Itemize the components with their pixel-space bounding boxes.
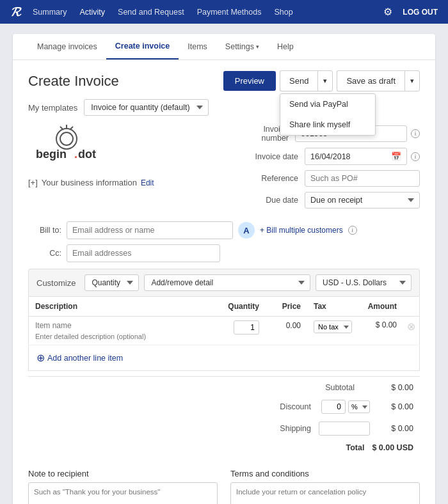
totals-table: Subtotal $ 0.00 Discount % $ 0.00 Shippi… (209, 379, 420, 456)
info-icon-date[interactable]: i (411, 152, 420, 161)
tax-select[interactable]: No tax (314, 320, 352, 333)
save-draft-button-top[interactable]: Save as draft (337, 70, 404, 91)
due-date-label: Due date (234, 196, 305, 205)
content-padded: Customize Quantity Add/remove detail USD… (13, 269, 435, 371)
price-cell (266, 317, 307, 345)
col-amount: Amount (358, 297, 403, 317)
shipping-value: $ 0.00 (375, 424, 413, 433)
discount-amount: $ 0.00 (375, 402, 413, 411)
nav-link-send[interactable]: Send and Request (118, 8, 184, 17)
bill-multiple-link[interactable]: + Bill multiple customers (260, 226, 343, 235)
preview-button-top[interactable]: Preview (223, 71, 276, 91)
svg-text:begin: begin (36, 148, 67, 161)
subnav-help[interactable]: Help (268, 35, 303, 59)
subnav-settings[interactable]: Settings▾ (216, 35, 268, 59)
send-dropdown: Send via PayPal Share link myself (280, 93, 376, 136)
col-tax: Tax (307, 297, 358, 317)
subnav-manage[interactable]: Manage invoices (28, 35, 106, 59)
add-icon: ⊕ (36, 352, 45, 364)
remove-icon[interactable]: ⊗ (407, 321, 415, 332)
bill-to-label: Bill to: (28, 226, 61, 235)
discount-label: Discount (215, 402, 319, 411)
subnav-items[interactable]: Items (179, 35, 216, 59)
due-date-row: Due date Due on receipt (234, 192, 420, 209)
info-icon-bill[interactable]: i (348, 226, 357, 235)
draft-button-group: Save as draft ▾ (337, 70, 420, 91)
send-button-top[interactable]: Send (280, 70, 317, 91)
subtotal-label: Subtotal (215, 383, 362, 392)
add-line-button[interactable]: ⊕ Add another line item (36, 352, 412, 364)
qty-input[interactable] (234, 320, 259, 335)
due-date-select[interactable]: Due on receipt (305, 192, 420, 209)
header-actions: Preview Send ▾ Send via PayPal Share lin… (223, 70, 420, 91)
terms-textarea[interactable] (230, 482, 420, 504)
templates-label: My templates (28, 103, 77, 113)
invoice-date-input[interactable]: 16/04/2018 📅 (305, 148, 407, 165)
bill-to-input[interactable] (67, 221, 233, 239)
customize-bar: Customize Quantity Add/remove detail USD… (28, 269, 420, 297)
send-dropdown-arrow[interactable]: ▾ (317, 70, 333, 91)
draft-dropdown-arrow[interactable]: ▾ (404, 70, 420, 91)
subnav-create[interactable]: Create invoice (106, 34, 179, 59)
nav-right: ⚙ LOG OUT (383, 6, 438, 18)
nav-links: Summary Activity Send and Request Paymen… (33, 8, 383, 17)
item-desc-input[interactable] (35, 333, 214, 340)
remove-cell: ⊗ (403, 317, 420, 345)
customize-detail-select[interactable]: Add/remove detail (144, 274, 310, 291)
info-icon-number[interactable]: i (411, 129, 420, 138)
bill-section: Bill to: A + Bill multiple customers i C… (13, 221, 435, 262)
invoice-fields: Invoice number i Invoice date 16/04/2018… (234, 125, 420, 214)
main-card: Manage invoices Create invoice Items Set… (13, 34, 435, 504)
add-line-row: ⊕ Add another line item (28, 345, 420, 371)
company-logo: begin . dot (28, 125, 105, 163)
business-info-icon: [+] (28, 178, 38, 187)
table-row: No tax $ 0.00 ⊗ (29, 317, 420, 345)
customize-label: Customize (36, 278, 76, 288)
nav-link-summary[interactable]: Summary (33, 8, 67, 17)
logo-area: begin . dot (28, 125, 221, 165)
dropdown-item-paypal[interactable]: Send via PayPal (280, 94, 375, 114)
subtotal-row: Subtotal $ 0.00 (209, 379, 420, 396)
invoice-date-label: Invoice date (234, 152, 305, 161)
sub-nav: Manage invoices Create invoice Items Set… (13, 34, 435, 60)
note-textarea[interactable] (28, 482, 218, 504)
calendar-icon[interactable]: 📅 (391, 152, 401, 161)
top-nav: 𝓡 Summary Activity Send and Request Paym… (0, 0, 448, 24)
discount-row: Discount % $ 0.00 (209, 396, 420, 418)
discount-inputs: % (319, 400, 370, 414)
dropdown-item-link[interactable]: Share link myself (280, 114, 375, 135)
logout-button[interactable]: LOG OUT (403, 8, 438, 17)
nav-link-shop[interactable]: Shop (274, 8, 292, 17)
terms-box: Terms and conditions 4000 (230, 469, 420, 504)
customize-quantity-select[interactable]: Quantity (84, 274, 139, 291)
edit-link[interactable]: Edit (141, 178, 154, 187)
shipping-input[interactable] (319, 421, 370, 436)
note-terms-section: Note to recipient 4000 Terms and conditi… (13, 469, 435, 504)
templates-select[interactable]: Invoice for quantity (default) (84, 99, 209, 116)
total-value: $ 0.00 USD (372, 443, 413, 452)
reference-row: Reference (234, 170, 420, 187)
invoice-table: Description Quantity Price Tax Amount (28, 297, 420, 345)
business-info-label: Your business information (42, 178, 137, 187)
nav-link-activity[interactable]: Activity (79, 8, 105, 17)
nav-link-payment[interactable]: Payment Methods (197, 8, 262, 17)
subtotal-value: $ 0.00 (362, 383, 413, 392)
totals-section: Subtotal $ 0.00 Discount % $ 0.00 Shippi… (28, 376, 420, 456)
item-name-input[interactable] (35, 321, 214, 330)
col-description: Description (29, 297, 221, 317)
main-content: begin . dot [+] Your business informatio… (13, 125, 435, 214)
customize-currency-select[interactable]: USD - U.S. Dollars (316, 274, 412, 291)
discount-type-select[interactable]: % (348, 400, 370, 413)
price-input[interactable] (272, 321, 301, 330)
cc-row: Cc: (28, 244, 420, 262)
reference-input[interactable] (305, 170, 420, 187)
nav-logo: 𝓡 (10, 4, 20, 19)
discount-input[interactable] (321, 400, 346, 414)
gear-icon[interactable]: ⚙ (383, 6, 392, 18)
qty-cell (221, 317, 266, 345)
col-quantity: Quantity (221, 297, 266, 317)
amount-cell: $ 0.00 (358, 317, 403, 345)
cc-input[interactable] (67, 244, 220, 262)
page-header: Create Invoice Preview Send ▾ Send via P… (13, 60, 435, 99)
shipping-row: Shipping $ 0.00 (209, 418, 420, 439)
